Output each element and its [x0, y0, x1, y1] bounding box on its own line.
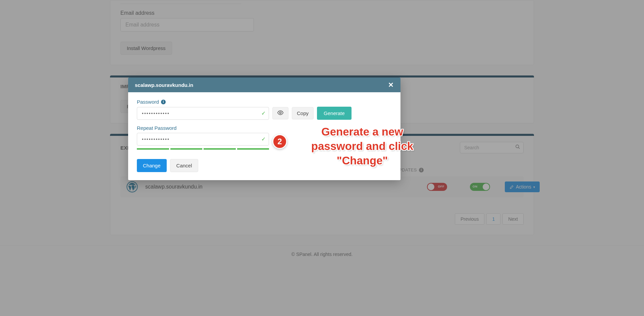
svg-point-3 — [279, 112, 281, 113]
change-button[interactable]: Change — [137, 159, 167, 172]
toggle-visibility-button[interactable] — [272, 107, 288, 119]
close-icon[interactable]: ✕ — [388, 82, 394, 88]
check-icon: ✓ — [261, 136, 266, 142]
strength-segment — [137, 148, 169, 150]
cancel-button[interactable]: Cancel — [170, 159, 199, 172]
annotation-badge: 2 — [272, 134, 287, 149]
info-icon[interactable]: i — [161, 100, 166, 104]
password-strength-bar — [137, 148, 269, 150]
strength-segment — [170, 148, 203, 150]
copy-button[interactable]: Copy — [292, 107, 314, 119]
check-icon: ✓ — [261, 110, 266, 116]
password-label-text: Password — [137, 99, 159, 105]
strength-segment — [237, 148, 269, 150]
password-field[interactable] — [137, 107, 269, 120]
modal-header: scalawp.souravkundu.in ✕ — [128, 77, 400, 92]
modal-title: scalawp.souravkundu.in — [135, 82, 193, 88]
password-label: Password i — [137, 99, 392, 105]
strength-segment — [204, 148, 236, 150]
eye-icon — [277, 110, 283, 115]
generate-button[interactable]: Generate — [317, 107, 352, 120]
repeat-password-field[interactable] — [137, 133, 269, 146]
annotation-text: Generate a new password and click "Chang… — [295, 125, 429, 168]
